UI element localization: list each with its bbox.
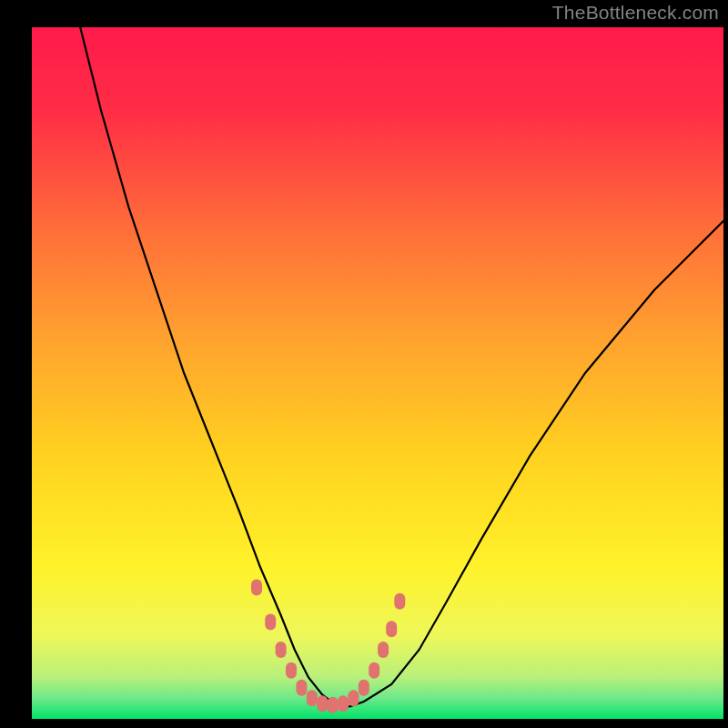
marker-dot [348, 690, 359, 706]
marker-dot [265, 614, 276, 631]
chart-plot-area [32, 27, 723, 719]
marker-dot [359, 680, 369, 696]
marker-dot [369, 662, 379, 679]
marker-dot [307, 690, 318, 706]
marker-dot [378, 642, 389, 658]
marker-dot [386, 621, 397, 637]
chart-frame: TheBottleneck.com [0, 0, 728, 728]
marker-dot [338, 695, 349, 712]
marker-dot [394, 593, 405, 610]
chart-svg [32, 27, 723, 719]
marker-dot [296, 680, 307, 696]
watermark-text: TheBottleneck.com [552, 2, 719, 24]
chart-background [32, 27, 723, 719]
marker-dot [276, 642, 287, 658]
marker-dot [328, 697, 339, 713]
marker-dot [251, 580, 262, 596]
marker-dot [317, 695, 328, 712]
marker-dot [286, 662, 297, 679]
